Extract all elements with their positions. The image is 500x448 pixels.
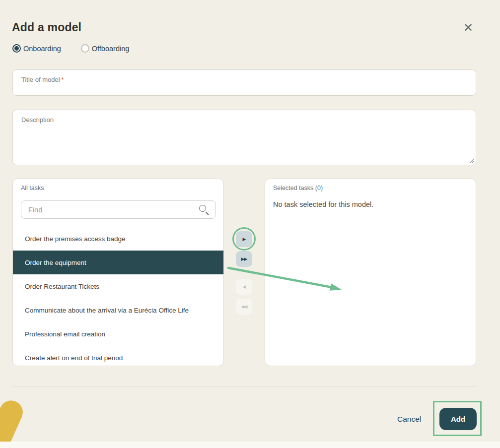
radio-dot-icon xyxy=(81,44,89,53)
arrow-right-icon: ▶ xyxy=(243,237,246,242)
task-item-email-creation[interactable]: Professional email creation xyxy=(13,322,223,346)
radio-offboarding[interactable]: Offboarding xyxy=(81,44,130,53)
task-item-communicate-arrival[interactable]: Communicate about the arrival via a Euré… xyxy=(13,298,223,322)
all-tasks-header: All tasks xyxy=(21,185,44,192)
all-tasks-list: Order the premises access badge Order th… xyxy=(13,227,223,366)
decorative-yellow-stroke xyxy=(0,397,26,448)
task-item-premises-badge[interactable]: Order the premises access badge xyxy=(13,227,223,251)
task-item-trial-alert[interactable]: Create alert on end of trial period xyxy=(13,346,223,366)
all-tasks-panel: All tasks Order the premises access badg… xyxy=(12,179,224,366)
double-arrow-right-icon: ▶▶ xyxy=(241,256,247,261)
double-arrow-left-icon: ◀◀ xyxy=(241,304,247,309)
task-search-box xyxy=(21,200,216,219)
task-item-order-equipment[interactable]: Order the equipment xyxy=(13,251,223,274)
description-field: Description xyxy=(12,110,476,165)
radio-onboarding-label: Onboarding xyxy=(23,45,61,53)
page-title: Add a model xyxy=(12,21,81,34)
selected-tasks-panel: Selected tasks (0) No task selected for … xyxy=(265,179,476,366)
arrow-left-icon: ◀ xyxy=(243,284,246,289)
search-icon xyxy=(198,203,211,216)
move-left-button[interactable]: ◀ xyxy=(236,279,252,295)
selected-tasks-empty-message: No task selected for this model. xyxy=(273,200,373,208)
title-of-model-field: Title of model* xyxy=(12,69,476,96)
move-all-right-button[interactable]: ▶▶ xyxy=(236,251,252,267)
move-all-left-button[interactable]: ◀◀ xyxy=(236,299,252,315)
selected-tasks-header: Selected tasks (0) xyxy=(273,185,323,192)
task-search-input[interactable] xyxy=(21,206,198,214)
model-type-radio-group: Onboarding Offboarding xyxy=(12,44,129,53)
cancel-button[interactable]: Cancel xyxy=(391,412,427,427)
radio-offboarding-label: Offboarding xyxy=(92,45,130,53)
move-right-button[interactable]: ▶ xyxy=(236,231,252,247)
bottom-edge-strip xyxy=(0,442,500,448)
radio-dot-icon xyxy=(12,44,21,53)
title-of-model-input[interactable] xyxy=(13,70,476,95)
task-item-restaurant-tickets[interactable]: Order Restaurant Tickets xyxy=(13,274,223,298)
footer-divider xyxy=(12,386,476,387)
add-model-dialog: Add a model ✕ Onboarding Offboarding Tit… xyxy=(0,0,500,448)
close-icon[interactable]: ✕ xyxy=(461,21,475,35)
add-button[interactable]: Add xyxy=(439,408,477,430)
radio-onboarding[interactable]: Onboarding xyxy=(12,44,61,53)
description-input[interactable] xyxy=(13,110,476,165)
